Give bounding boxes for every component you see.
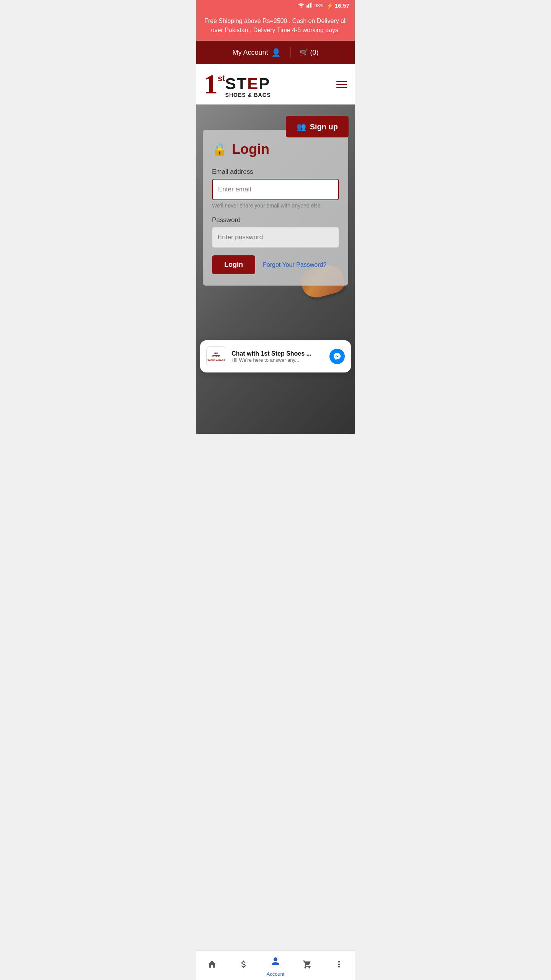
login-card: 🔒 Login Email address We'll never share … <box>203 130 348 286</box>
status-icons: 98% ⚡ 16:57 <box>298 2 349 9</box>
login-button[interactable]: Login <box>212 255 255 274</box>
cart-link[interactable]: 🛒 (0) <box>300 48 319 57</box>
email-hint: We'll never share your email with anyone… <box>212 203 339 209</box>
forgot-password-link[interactable]: Forgot Your Password? <box>263 261 326 268</box>
signup-button[interactable]: 👥 Sign up <box>286 116 349 137</box>
chat-title: Chat with 1st Step Shoes ... <box>231 350 324 357</box>
account-cart-bar: My Account 👤 🛒 (0) <box>196 41 355 64</box>
battery-level: 98% <box>315 3 324 8</box>
chat-subtitle: Hi! We're here to answer any... <box>231 357 324 363</box>
my-account-link[interactable]: My Account 👤 <box>232 48 290 57</box>
email-label: Email address <box>212 168 339 176</box>
svg-rect-0 <box>306 5 308 8</box>
logo-subtext: SHOES & BAGS <box>225 92 271 98</box>
status-time: 16:57 <box>335 2 349 9</box>
login-title-row: 🔒 Login <box>212 141 339 157</box>
cart-icon: 🛒 <box>300 48 308 57</box>
messenger-icon[interactable] <box>329 349 345 364</box>
svg-rect-3 <box>311 2 312 8</box>
signal-icon <box>306 2 313 9</box>
header-divider <box>290 47 290 58</box>
status-bar: 98% ⚡ 16:57 <box>196 0 355 11</box>
form-actions: Login Forgot Your Password? <box>212 255 339 274</box>
announcement-text: Free Shipping above Rs=2500 . Cash on De… <box>204 18 347 33</box>
wifi-icon <box>298 2 305 9</box>
battery-icon: ⚡ <box>326 3 333 9</box>
chat-widget[interactable]: 1stSTEPSHOES & BAGS Chat with 1st Step S… <box>200 340 351 372</box>
logo-step: STEP <box>225 76 271 92</box>
password-label: Password <box>212 216 339 224</box>
user-icon: 👤 <box>271 48 281 57</box>
logo-superscript: st <box>218 74 225 83</box>
cart-count: (0) <box>310 49 319 57</box>
logo-text: STEP SHOES & BAGS <box>225 76 271 98</box>
signup-label: Sign up <box>310 122 338 131</box>
login-heading: Login <box>232 141 269 157</box>
chat-logo: 1stSTEPSHOES & BAGS <box>206 346 226 366</box>
logo-number: 1 <box>204 70 218 98</box>
svg-rect-2 <box>310 3 311 8</box>
my-account-label: My Account <box>232 49 268 57</box>
signup-btn-container: 👥 Sign up <box>286 116 349 137</box>
lock-icon: 🔒 <box>212 142 227 157</box>
chat-text: Chat with 1st Step Shoes ... Hi! We're h… <box>231 350 324 363</box>
signup-icon: 👥 <box>297 122 306 131</box>
svg-rect-1 <box>308 4 309 8</box>
hero-area: 👥 Sign up 🔒 Login Email address We'll ne… <box>196 105 355 434</box>
password-input[interactable] <box>212 227 339 248</box>
hamburger-menu[interactable] <box>336 81 347 88</box>
logo[interactable]: 1 st STEP SHOES & BAGS <box>204 70 271 98</box>
site-header: 1 st STEP SHOES & BAGS <box>196 64 355 105</box>
announcement-bar: Free Shipping above Rs=2500 . Cash on De… <box>196 11 355 41</box>
email-input[interactable] <box>212 179 339 200</box>
